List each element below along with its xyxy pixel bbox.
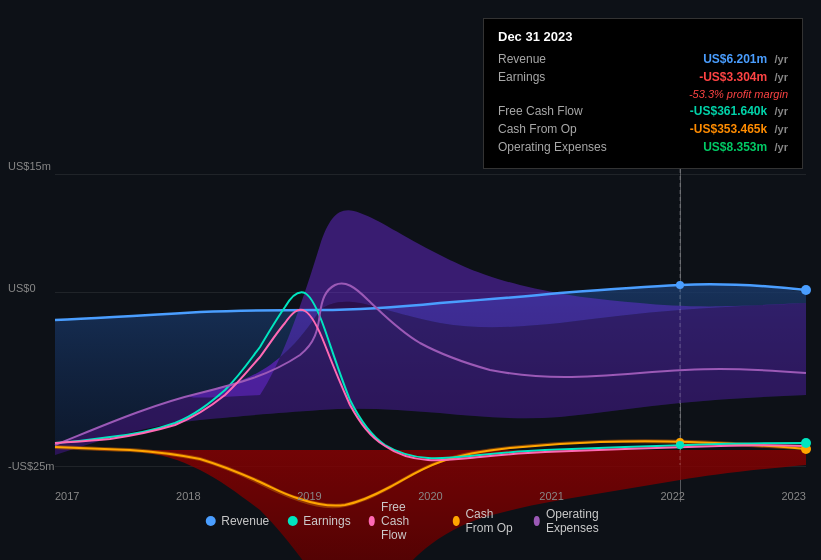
profit-margin-row: -53.3% profit margin: [498, 88, 788, 100]
legend-label-fcf: Free Cash Flow: [381, 500, 435, 542]
end-dot-earnings: [801, 438, 811, 448]
legend-dot-cashop: [453, 516, 459, 526]
profit-margin-badge: -53.3% profit margin: [689, 88, 788, 100]
tooltip-row-opex: Operating Expenses US$8.353m /yr: [498, 140, 788, 154]
tooltip-box: Dec 31 2023 Revenue US$6.201m /yr Earnin…: [483, 18, 803, 169]
hover-dot-revenue: [676, 281, 684, 289]
tooltip-value-opex: US$8.353m /yr: [703, 140, 788, 154]
legend-item-earnings[interactable]: Earnings: [287, 514, 350, 528]
tooltip-value-revenue: US$6.201m /yr: [703, 52, 788, 66]
x-label-2017: 2017: [55, 490, 79, 502]
tooltip-value-cashop: -US$353.465k /yr: [690, 122, 788, 136]
legend-item-cashop[interactable]: Cash From Op: [453, 507, 515, 535]
x-label-2023: 2023: [781, 490, 805, 502]
tooltip-row-cashop: Cash From Op -US$353.465k /yr: [498, 122, 788, 136]
legend: Revenue Earnings Free Cash Flow Cash Fro…: [205, 500, 616, 542]
legend-item-fcf[interactable]: Free Cash Flow: [369, 500, 435, 542]
tooltip-label-fcf: Free Cash Flow: [498, 104, 628, 118]
legend-label-opex: Operating Expenses: [546, 507, 616, 535]
legend-item-revenue[interactable]: Revenue: [205, 514, 269, 528]
tooltip-row-revenue: Revenue US$6.201m /yr: [498, 52, 788, 66]
legend-label-revenue: Revenue: [221, 514, 269, 528]
legend-label-cashop: Cash From Op: [465, 507, 515, 535]
tooltip-value-earnings: -US$3.304m /yr: [699, 70, 788, 84]
legend-dot-fcf: [369, 516, 375, 526]
tooltip-value-fcf: -US$361.640k /yr: [690, 104, 788, 118]
tooltip-row-fcf: Free Cash Flow -US$361.640k /yr: [498, 104, 788, 118]
tooltip-label-revenue: Revenue: [498, 52, 628, 66]
tooltip-label-cashop: Cash From Op: [498, 122, 628, 136]
legend-item-opex[interactable]: Operating Expenses: [534, 507, 616, 535]
x-label-2022: 2022: [660, 490, 684, 502]
legend-dot-earnings: [287, 516, 297, 526]
x-label-2018: 2018: [176, 490, 200, 502]
chart-container: Dec 31 2023 Revenue US$6.201m /yr Earnin…: [0, 0, 821, 560]
hover-dot-earnings: [676, 441, 684, 449]
tooltip-label-opex: Operating Expenses: [498, 140, 628, 154]
tooltip-label-earnings: Earnings: [498, 70, 628, 84]
legend-dot-opex: [534, 516, 540, 526]
tooltip-row-earnings: Earnings -US$3.304m /yr: [498, 70, 788, 84]
legend-label-earnings: Earnings: [303, 514, 350, 528]
legend-dot-revenue: [205, 516, 215, 526]
tooltip-date: Dec 31 2023: [498, 29, 788, 44]
end-dot-revenue: [801, 285, 811, 295]
